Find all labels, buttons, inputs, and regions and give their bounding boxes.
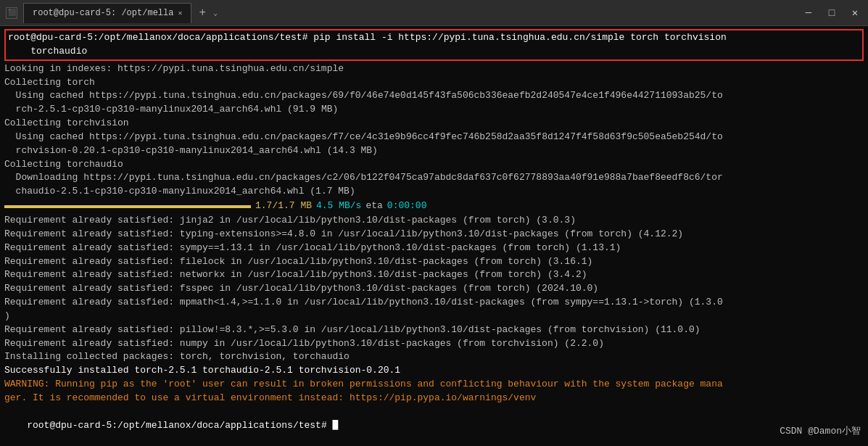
progress-eta-label: eta xyxy=(365,199,382,213)
warning-line-1: WARNING: Running pip as the 'root' user … xyxy=(4,378,864,392)
tab-label: root@dpu-card-5: /opt/mella xyxy=(33,8,173,18)
maximize-button[interactable]: □ xyxy=(824,7,839,19)
progress-bar-fill xyxy=(4,205,251,208)
tab-dropdown-button[interactable]: ⌄ xyxy=(213,9,218,17)
titlebar: ⬛ root@dpu-card-5: /opt/mella ✕ + ⌄ ─ □ … xyxy=(0,0,868,26)
output-line-09: Downloading https://pypi.tuna.tsinghua.e… xyxy=(4,171,864,185)
output-line-19: Requirement already satisfied: numpy in … xyxy=(4,337,864,351)
progress-eta-value: 0:00:00 xyxy=(387,199,427,213)
window-action-buttons: ─ □ ✕ xyxy=(801,7,862,19)
tab-area: root@dpu-card-5: /opt/mella ✕ + ⌄ xyxy=(23,3,795,23)
command-line-1: root@dpu-card-5:/opt/mellanox/doca/appli… xyxy=(8,31,860,45)
output-line-11: Requirement already satisfied: jinja2 in… xyxy=(4,214,864,228)
output-line-18: Requirement already satisfied: pillow!=8… xyxy=(4,323,864,337)
output-line-04: rch-2.5.1-cp310-cp310-manylinux2014_aarc… xyxy=(4,103,864,117)
output-line-16: Requirement already satisfied: fsspec in… xyxy=(4,282,864,296)
window-controls: ⬛ xyxy=(6,7,17,19)
output-line-05: Collecting torchvision xyxy=(4,117,864,131)
progress-bar xyxy=(4,205,251,208)
final-prompt-text: root@dpu-card-5:/opt/mellanox/doca/appli… xyxy=(27,420,332,431)
output-line-10: chaudio-2.5.1-cp310-cp310-manylinux2014_… xyxy=(4,185,864,199)
output-line-08: Collecting torchaudio xyxy=(4,158,864,172)
output-line-17: Requirement already satisfied: mpmath<1.… xyxy=(4,296,864,310)
warning-line-2: ger. It is recommended to use a virtual … xyxy=(4,392,864,405)
command-box: root@dpu-card-5:/opt/mellanox/doca/appli… xyxy=(4,29,864,61)
new-tab-button[interactable]: + xyxy=(194,7,210,20)
output-line-06: Using cached https://pypi.tuna.tsinghua.… xyxy=(4,131,864,144)
watermark: CSDN @Damon小智 xyxy=(780,425,861,439)
output-line-20: Installing collected packages: torch, to… xyxy=(4,350,864,364)
final-prompt-line: root@dpu-card-5:/opt/mellanox/doca/appli… xyxy=(4,405,864,446)
progress-speed-text: 4.5 MB/s xyxy=(316,199,361,213)
output-line-15: Requirement already satisfied: networkx … xyxy=(4,268,864,282)
progress-line: 1.7/1.7 MB 4.5 MB/s eta 0:00:00 xyxy=(4,199,864,213)
cursor-block: █ xyxy=(333,420,339,431)
output-line-14: Requirement already satisfied: filelock … xyxy=(4,255,864,269)
terminal-body[interactable]: root@dpu-card-5:/opt/mellanox/doca/appli… xyxy=(0,26,868,446)
close-window-button[interactable]: ✕ xyxy=(848,7,862,19)
output-line-21: Successfully installed torch-2.5.1 torch… xyxy=(4,364,864,378)
output-line-02: Collecting torch xyxy=(4,76,864,90)
progress-size-text: 1.7/1.7 MB xyxy=(255,199,312,213)
command-line-2: torchaudio xyxy=(8,45,860,59)
output-line-07: rchvision-0.20.1-cp310-cp310-manylinux20… xyxy=(4,144,864,158)
tab-close-button[interactable]: ✕ xyxy=(178,9,182,17)
output-line-03: Using cached https://pypi.tuna.tsinghua.… xyxy=(4,89,864,103)
terminal-icon: ⬛ xyxy=(6,7,17,19)
active-tab[interactable]: root@dpu-card-5: /opt/mella ✕ xyxy=(23,3,191,23)
output-line-17b: ) xyxy=(4,310,864,323)
output-line-13: Requirement already satisfied: sympy==1.… xyxy=(4,241,864,255)
output-line-12: Requirement already satisfied: typing-ex… xyxy=(4,228,864,241)
minimize-button[interactable]: ─ xyxy=(801,7,816,19)
output-line-01: Looking in indexes: https://pypi.tuna.ts… xyxy=(4,62,864,76)
